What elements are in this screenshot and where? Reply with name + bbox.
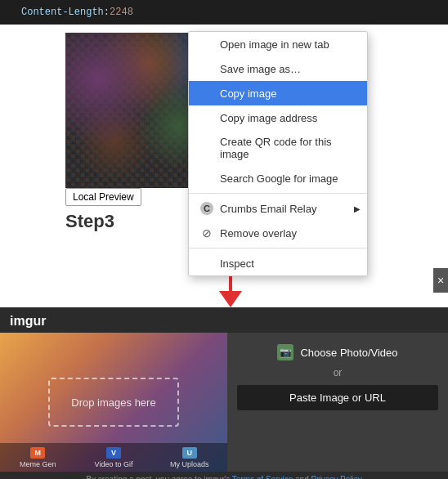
menu-item-search-google[interactable]: Search Google for image (189, 166, 367, 190)
choose-photo-button[interactable]: 📷 Choose Photo/Video (237, 344, 438, 360)
menu-label-inspect: Inspect (220, 257, 356, 270)
menu-label-open-new-tab: Open image in new tab (220, 38, 356, 51)
menu-item-save-image[interactable]: Save image as… (189, 56, 367, 81)
video-to-gif-button[interactable]: V Video to Gif (76, 443, 152, 472)
paste-button[interactable]: Paste Image or URL (237, 385, 438, 410)
menu-label-create-qr: Create QR code for this image (220, 136, 356, 160)
imgur-left-panel: Drop images here M Meme Gen V Video to G… (0, 333, 227, 472)
code-property: Content-Length (21, 7, 104, 18)
footer-and: and (293, 475, 311, 479)
menu-item-create-qr[interactable]: Create QR code for this image (189, 130, 367, 166)
menu-item-open-new-tab[interactable]: Open image in new tab (189, 32, 367, 56)
imgur-right-panel: 📷 Choose Photo/Video or Paste Image or U… (227, 333, 448, 472)
video-to-gif-label: Video to Gif (95, 460, 133, 468)
menu-icon-google (200, 172, 213, 185)
my-uploads-label: My Uploads (170, 460, 209, 468)
remove-overlay-icon: ⊘ (200, 226, 213, 239)
menu-icon-save (200, 62, 213, 75)
local-preview-button[interactable]: Local Preview (65, 188, 141, 206)
menu-label-search-google: Search Google for image (220, 172, 356, 185)
footer-tos-link[interactable]: Terms of Service (232, 475, 293, 479)
video-to-gif-icon: V (106, 447, 121, 459)
menu-label-copy-image: Copy image (220, 87, 356, 100)
my-uploads-button[interactable]: U My Uploads (151, 443, 227, 472)
imgur-brand: imgur (0, 307, 448, 333)
menu-label-remove-overlay: Remove overlay (220, 227, 356, 239)
menu-icon-copy (200, 87, 213, 100)
context-menu: Open image in new tab Save image as… Cop… (188, 31, 368, 276)
crumbs-icon: C (200, 202, 213, 215)
meme-gen-icon: M (30, 447, 45, 459)
menu-icon-qr (200, 141, 213, 154)
menu-divider-2 (189, 248, 367, 248)
menu-item-remove-overlay[interactable]: ⊘ Remove overlay (189, 221, 367, 245)
code-value: 2248 (110, 7, 133, 18)
imgur-content: Drop images here M Meme Gen V Video to G… (0, 333, 448, 472)
menu-item-crumbs[interactable]: C Crumbs Email Relay ▶ (189, 196, 367, 221)
step-heading: Step3 (65, 211, 114, 232)
drop-zone-text: Drop images here (71, 396, 155, 409)
menu-label-save-image: Save image as… (220, 63, 356, 75)
meme-gen-label: Meme Gen (20, 460, 56, 468)
choose-photo-label: Choose Photo/Video (300, 347, 397, 359)
drop-zone[interactable]: Drop images here (48, 378, 179, 427)
or-divider: or (334, 367, 343, 378)
footer-text-prefix: By creating a post, you agree to imgur's (86, 475, 232, 479)
menu-label-crumbs: Crumbs Email Relay (220, 203, 356, 215)
close-button[interactable]: × (433, 268, 448, 293)
menu-icon-copy-address (200, 111, 213, 124)
crumbs-chevron: ▶ (354, 204, 361, 213)
code-separator: : (104, 7, 110, 18)
meme-gen-button[interactable]: M Meme Gen (0, 443, 76, 472)
photo-icon: 📷 (277, 344, 293, 360)
inspect-icon (200, 257, 213, 270)
my-uploads-icon: U (182, 447, 197, 459)
menu-icon-open (200, 38, 213, 51)
menu-label-copy-address: Copy image address (220, 112, 356, 124)
menu-item-copy-image[interactable]: Copy image (189, 81, 367, 105)
imgur-footer: By creating a post, you agree to imgur's… (0, 472, 448, 479)
arrow-head (219, 291, 242, 307)
menu-item-copy-address[interactable]: Copy image address (189, 105, 367, 130)
imgur-bottom-icons: M Meme Gen V Video to Gif U My Uploads (0, 443, 227, 472)
code-section: Content-Length : 2248 (0, 0, 448, 25)
menu-divider-1 (189, 193, 367, 194)
imgur-section: imgur Drop images here M Meme Gen V Vide… (0, 307, 448, 479)
menu-item-inspect[interactable]: Inspect (189, 251, 367, 275)
footer-privacy-link[interactable]: Privacy Policy (311, 475, 361, 479)
